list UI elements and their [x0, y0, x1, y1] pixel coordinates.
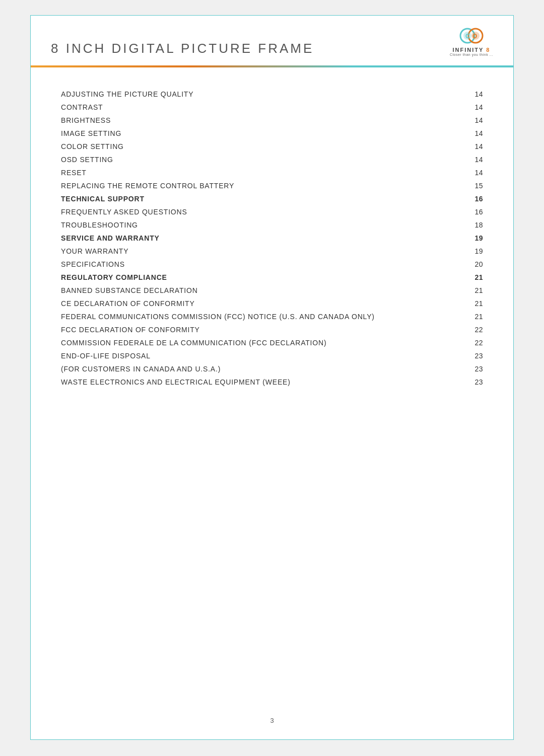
toc-entry: WASTE ELECTRONICS AND ELECTRICAL EQUIPME… [61, 375, 483, 389]
toc-label: ADJUSTING THE PICTURE QUALITY [61, 90, 468, 98]
toc-entry: TECHNICAL SUPPORT16 [61, 192, 483, 205]
page-title: 8 INCH DIGITAL PICTURE FRAME [51, 31, 493, 65]
toc-page: 23 [468, 365, 483, 373]
brand-name: INFINITY [453, 47, 484, 53]
header-section: C O INFINITY 8 Closer than you think ...… [31, 16, 513, 65]
toc-entry: BANNED SUBSTANCE DECLARATION21 [61, 284, 483, 297]
toc-page: 19 [468, 234, 483, 242]
toc-entry: FREQUENTLY ASKED QUESTIONS16 [61, 205, 483, 218]
toc-label: TECHNICAL SUPPORT [61, 195, 468, 203]
toc-label: SERVICE AND WARRANTY [61, 234, 468, 242]
toc-label: IMAGE SETTING [61, 129, 468, 137]
toc-entry: IMAGE SETTING14 [61, 127, 483, 140]
toc-label: RESET [61, 169, 468, 177]
toc-page: 22 [468, 339, 483, 347]
toc-entry: REPLACING THE REMOTE CONTROL BATTERY15 [61, 179, 483, 192]
toc-entry: (FOR CUSTOMERS IN CANADA AND U.S.A.)23 [61, 362, 483, 375]
toc-label: FCC DECLARATION OF CONFORMITY [61, 326, 468, 334]
toc-entry: ADJUSTING THE PICTURE QUALITY14 [61, 88, 483, 101]
toc-page: 14 [468, 129, 483, 137]
toc-label: REPLACING THE REMOTE CONTROL BATTERY [61, 182, 468, 190]
page-footer: 3 [31, 717, 513, 724]
toc-label: FREQUENTLY ASKED QUESTIONS [61, 208, 468, 216]
toc-page: 21 [468, 313, 483, 321]
toc-entry: COMMISSION FEDERALE DE LA COMMUNICATION … [61, 336, 483, 349]
toc-label: CE DECLARATION OF CONFORMITY [61, 299, 468, 308]
toc-entry: YOUR WARRANTY19 [61, 245, 483, 258]
toc-page: 21 [468, 299, 483, 308]
svg-text:C: C [465, 33, 470, 40]
toc-page: 21 [468, 286, 483, 294]
brand-number: 8 [486, 47, 490, 53]
toc-page: 15 [468, 182, 483, 190]
toc-page: 16 [468, 195, 483, 203]
document-page: C O INFINITY 8 Closer than you think ...… [30, 15, 514, 740]
svg-text:O: O [472, 33, 477, 40]
page-container: C O INFINITY 8 Closer than you think ...… [0, 0, 544, 756]
toc-label: REGULATORY COMPLIANCE [61, 273, 468, 281]
toc-page: 20 [468, 260, 483, 268]
toc-entry: BRIGHTNESS14 [61, 114, 483, 127]
toc-entry: TROUBLESHOOTING18 [61, 218, 483, 232]
toc-label: BANNED SUBSTANCE DECLARATION [61, 286, 468, 294]
toc-page: 14 [468, 116, 483, 124]
toc-entry: COLOR SETTING14 [61, 140, 483, 153]
logo-icon: C O [457, 26, 486, 46]
toc-page: 14 [468, 169, 483, 177]
toc-page: 14 [468, 90, 483, 98]
toc-entry: CONTRAST14 [61, 101, 483, 114]
toc-label: YOUR WARRANTY [61, 247, 468, 255]
toc-label: SPECIFICATIONS [61, 260, 468, 268]
toc-entry: REGULATORY COMPLIANCE21 [61, 271, 483, 284]
toc-entry: SPECIFICATIONS20 [61, 258, 483, 271]
toc-page: 23 [468, 378, 483, 386]
toc-page: 19 [468, 247, 483, 255]
toc-entry: END-OF-LIFE DISPOSAL23 [61, 349, 483, 362]
toc-label: TROUBLESHOOTING [61, 221, 468, 229]
toc-label: FEDERAL COMMUNICATIONS COMMISSION (FCC) … [61, 313, 468, 321]
toc-label: END-OF-LIFE DISPOSAL [61, 352, 468, 360]
logo-text-line: INFINITY 8 [453, 47, 491, 53]
toc-label: (FOR CUSTOMERS IN CANADA AND U.S.A.) [61, 365, 468, 373]
toc-page: 16 [468, 208, 483, 216]
toc-label: CONTRAST [61, 103, 468, 111]
toc-section: ADJUSTING THE PICTURE QUALITY14CONTRAST1… [31, 67, 513, 419]
toc-label: BRIGHTNESS [61, 116, 468, 124]
toc-page: 18 [468, 221, 483, 229]
toc-page: 23 [468, 352, 483, 360]
toc-page: 14 [468, 103, 483, 111]
logo-brand: INFINITY 8 [453, 47, 491, 53]
toc-label: WASTE ELECTRONICS AND ELECTRICAL EQUIPME… [61, 378, 468, 386]
toc-page: 22 [468, 326, 483, 334]
toc-page: 14 [468, 156, 483, 164]
toc-entry: SERVICE AND WARRANTY19 [61, 232, 483, 245]
toc-entry: FCC DECLARATION OF CONFORMITY22 [61, 323, 483, 336]
toc-label: OSD SETTING [61, 156, 468, 164]
toc-label: COMMISSION FEDERALE DE LA COMMUNICATION … [61, 339, 468, 347]
toc-entry: RESET14 [61, 166, 483, 179]
toc-page: 21 [468, 273, 483, 281]
toc-entry: OSD SETTING14 [61, 153, 483, 166]
toc-page: 14 [468, 142, 483, 150]
logo-tagline: Closer than you think ... [450, 53, 493, 56]
toc-entry: FEDERAL COMMUNICATIONS COMMISSION (FCC) … [61, 310, 483, 323]
toc-entry: CE DECLARATION OF CONFORMITY21 [61, 297, 483, 310]
toc-label: COLOR SETTING [61, 142, 468, 150]
page-number: 3 [270, 717, 274, 724]
logo-area: C O INFINITY 8 Closer than you think ... [450, 26, 493, 56]
